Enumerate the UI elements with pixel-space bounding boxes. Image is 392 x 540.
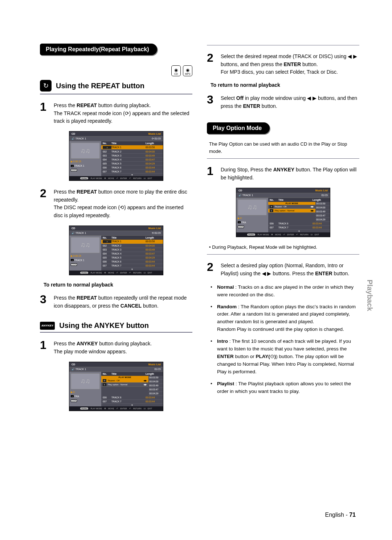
step-number: 3 — [207, 94, 217, 110]
step-number: 2 — [207, 261, 217, 277]
repeat-step-3: 3 Press the REPEAT button repeatedly unt… — [40, 293, 192, 310]
right-column: 2 Select the desired repeat mode (TRACK … — [207, 44, 359, 418]
play-icon: ⊙ — [270, 354, 274, 359]
play-options-list: • Normal : Tracks on a disc are played i… — [211, 284, 359, 395]
section-title-repeat: Playing Repeatedly(Repeat Playback) — [40, 44, 157, 55]
step-number: 1 — [40, 339, 50, 356]
option-random: • Random : The Random option plays the d… — [211, 303, 359, 334]
repeat-step-1: 1 Press the REPEAT button during playbac… — [40, 101, 192, 125]
track-repeat-icon: ⟳ — [125, 110, 129, 116]
step-number: 1 — [40, 101, 50, 125]
disc-icons: CD MP3 — [40, 65, 192, 76]
repeat-icon: ↻ — [40, 80, 52, 92]
heading-repeat: Using the REPEAT button — [56, 82, 144, 90]
playoption-step-2: 2 Select a desired play option (Normal, … — [207, 261, 359, 277]
anykey-step-1: 1 Press the ANYKEY button during playbac… — [40, 339, 192, 356]
step-number: 1 — [207, 165, 217, 182]
step-number: 2 — [207, 52, 217, 76]
subhead-return-normal-2: To return to normal playback — [211, 82, 359, 88]
heading-anykey: Using the ANYKEY button — [59, 321, 149, 330]
page-footer: English - 71 — [325, 512, 356, 518]
mp3-icon: MP3 — [183, 65, 192, 76]
option-normal: • Normal : Tracks on a disc are played i… — [211, 284, 359, 299]
osd-screenshot-2: CDMusic List 🔊 TRACK 1⟲ 01/15 ♫♫ ▶ 0:00:… — [69, 226, 163, 275]
osd-screenshot-3: CDMusic List 🔊 TRACK 101/15 ♫♫ ▶ 0: ♫ TR… — [69, 362, 163, 411]
section-title-playoption: Play Option Mode — [207, 122, 270, 134]
osd-screenshot-4: CDMusic List 🔊 TRACK 101/15 ♫♫ ▶ 0: ♫ TR… — [236, 188, 330, 237]
disc-repeat-icon: ⟲ — [120, 204, 124, 210]
option-playlist: • Playlist : The Playlist playback optio… — [211, 380, 359, 395]
playoption-step-1: 1 During Stop, Press the ANYKEY button. … — [207, 165, 359, 182]
option-intro: • Intro : The first 10 seconds of each t… — [211, 338, 359, 376]
playback-note: • During Playback, Repeat Mode will be h… — [209, 244, 359, 251]
step-number: 3 — [40, 293, 50, 310]
anykey-icon: ANYKEY — [40, 322, 55, 330]
subhead-return-normal-1: To return to normal playback — [44, 282, 192, 288]
repeat-step-2: 2 Press the REPEAT button once more to p… — [40, 187, 192, 220]
osd-screenshot-1: CDMusic List 🔊 TRACK 1⟳ 01/15 ♫♫ ▶ 0:00:… — [69, 131, 163, 181]
step-number: 2 — [40, 187, 50, 220]
side-tab-playback: Playback — [366, 280, 374, 311]
cd-icon: CD — [171, 65, 181, 76]
anykey-step-2: 2 Select the desired repeat mode (TRACK … — [207, 52, 359, 76]
anykey-step-3: 3 Select Off in play mode window using ◀… — [207, 94, 359, 110]
playoption-intro: The Play Option can be used with an audi… — [209, 141, 359, 155]
left-column: Playing Repeatedly(Repeat Playback) CD M… — [40, 44, 192, 418]
